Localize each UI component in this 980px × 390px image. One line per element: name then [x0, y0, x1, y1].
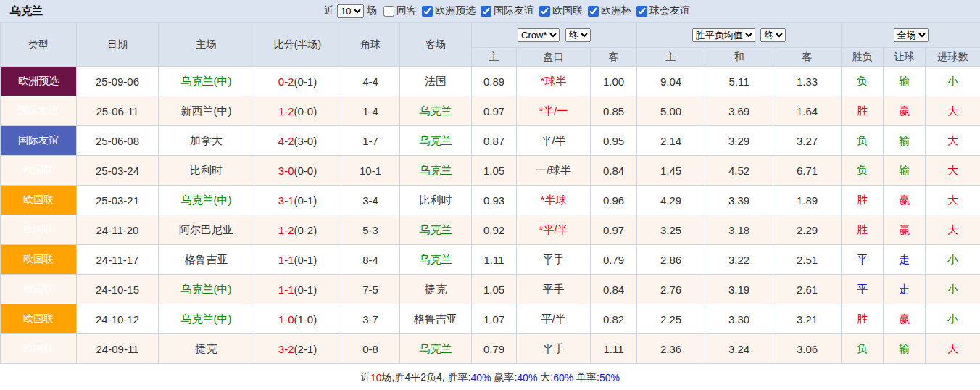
- score[interactable]: 1-1(0-1): [254, 245, 341, 275]
- home-team[interactable]: 乌克兰(中): [159, 186, 254, 215]
- odds-away: 6.71: [773, 156, 842, 186]
- recent-games-select[interactable]: 10: [337, 4, 364, 18]
- result-wdl: 胜: [842, 96, 884, 126]
- home-team[interactable]: 新西兰(中): [159, 96, 254, 126]
- away-team[interactable]: 乌克兰: [400, 96, 472, 126]
- away-team[interactable]: 捷克: [400, 275, 472, 304]
- filter-label: 球会友谊: [649, 4, 690, 17]
- away-team[interactable]: 法国: [400, 67, 472, 96]
- summary-text: 10: [370, 372, 382, 383]
- league-type[interactable]: 欧国联: [1, 156, 77, 186]
- filter-nations-league[interactable]: 欧国联: [539, 4, 583, 17]
- odds-draw: 3.24: [705, 334, 773, 364]
- odds-home: 1.45: [637, 156, 705, 186]
- match-table: 类型 日期 主场 比分(半场) 角球 客场 Crow* 终 胜平负均值: [0, 22, 980, 364]
- match-date: 25-06-08: [77, 126, 159, 156]
- club-friendly-checkbox[interactable]: [636, 6, 647, 17]
- result-wdl: 平: [842, 245, 884, 275]
- home-team[interactable]: 乌克兰(中): [159, 67, 254, 96]
- league-type[interactable]: 欧国联: [1, 334, 77, 364]
- league-type[interactable]: 国际友谊: [1, 126, 77, 156]
- score[interactable]: 4-2(3-0): [254, 126, 341, 156]
- filter-same-away[interactable]: 同客: [383, 4, 417, 17]
- filter-label: 同客: [396, 4, 417, 17]
- score[interactable]: 3-2(2-1): [254, 334, 341, 364]
- score[interactable]: 1-2(0-2): [254, 215, 341, 245]
- away-team[interactable]: 乌克兰: [400, 126, 472, 156]
- odds-away: 1.89: [773, 186, 842, 215]
- result-goals: 大: [926, 126, 980, 156]
- euro-qualifiers-checkbox[interactable]: [422, 6, 433, 17]
- filter-intl-friendly[interactable]: 国际友谊: [481, 4, 534, 17]
- corners: 0-8: [341, 334, 400, 364]
- euro-cup-checkbox[interactable]: [588, 6, 599, 17]
- bookmaker-select[interactable]: Crow*: [518, 28, 560, 42]
- odds-home: 3.25: [637, 215, 705, 245]
- away-team[interactable]: 格鲁吉亚: [400, 304, 472, 334]
- near-label: 近: [324, 4, 334, 17]
- odds-time-select[interactable]: 终: [760, 28, 786, 42]
- intl-friendly-checkbox[interactable]: [481, 6, 491, 17]
- filter-group: 同客欧洲预选国际友谊欧国联欧洲杯球会友谊: [377, 4, 690, 17]
- col-header-score: 比分(半场): [254, 23, 341, 67]
- away-team[interactable]: 乌克兰: [400, 334, 472, 364]
- score[interactable]: 3-0(0-0): [254, 156, 341, 186]
- league-type[interactable]: 欧国联: [1, 304, 77, 334]
- home-team[interactable]: 乌克兰(中): [159, 275, 254, 304]
- ah-home-odds: 0.89: [472, 67, 517, 96]
- result-handicap: 走: [884, 275, 926, 304]
- summary-text: 40%: [517, 372, 537, 383]
- away-team[interactable]: 乌克兰: [400, 156, 472, 186]
- col-header-goals: 进球数: [926, 48, 980, 67]
- filter-euro-cup[interactable]: 欧洲杯: [588, 4, 631, 17]
- score[interactable]: 1-0(1-0): [254, 304, 341, 334]
- result-handicap: 输: [884, 67, 926, 96]
- ah-line: *半球: [517, 186, 591, 215]
- away-team[interactable]: 比利时: [400, 186, 472, 215]
- home-team[interactable]: 乌克兰(中): [159, 304, 254, 334]
- ah-line: *半/一: [517, 96, 591, 126]
- score[interactable]: 3-1(0-1): [254, 186, 341, 215]
- league-type[interactable]: 欧国联: [1, 186, 77, 215]
- ah-away-odds: 0.97: [591, 215, 637, 245]
- home-team[interactable]: 比利时: [159, 156, 254, 186]
- filter-club-friendly[interactable]: 球会友谊: [636, 4, 690, 17]
- top-bar: 乌克兰 近 10 场 同客欧洲预选国际友谊欧国联欧洲杯球会友谊: [0, 0, 980, 22]
- league-type[interactable]: 欧国联: [1, 215, 77, 245]
- league-type[interactable]: 国际友谊: [1, 96, 77, 126]
- result-handicap: 输: [884, 156, 926, 186]
- corners: 1-7: [341, 126, 400, 156]
- away-team[interactable]: 乌克兰: [400, 245, 472, 275]
- filter-label: 欧洲杯: [601, 4, 631, 17]
- ah-away-odds: 0.96: [591, 186, 637, 215]
- result-wdl: 负: [842, 334, 884, 364]
- ah-home-odds: 1.07: [472, 304, 517, 334]
- score[interactable]: 1-2(0-0): [254, 96, 341, 126]
- score[interactable]: 0-2(0-1): [254, 67, 341, 96]
- home-team[interactable]: 捷克: [159, 334, 254, 364]
- ah-line: 一/球半: [517, 156, 591, 186]
- odds-away: 3.06: [773, 334, 842, 364]
- result-goals: 小: [926, 304, 980, 334]
- scope-select[interactable]: 全场: [894, 28, 929, 42]
- result-handicap: 输: [884, 334, 926, 364]
- home-team[interactable]: 阿尔巴尼亚: [159, 215, 254, 245]
- league-type[interactable]: 欧洲预选: [1, 67, 77, 96]
- score[interactable]: 1-1(0-1): [254, 275, 341, 304]
- league-type[interactable]: 欧国联: [1, 245, 77, 275]
- match-row: 欧国联25-03-21乌克兰(中)3-1(0-1)3-4比利时0.93*半球0.…: [1, 186, 980, 215]
- home-team[interactable]: 格鲁吉亚: [159, 245, 254, 275]
- filter-euro-qualifiers[interactable]: 欧洲预选: [422, 4, 476, 17]
- europe-odds-group-header: 胜平负均值 终: [637, 23, 842, 48]
- ah-line: 平/半: [517, 304, 591, 334]
- same-away-checkbox[interactable]: [383, 6, 394, 17]
- odds-source-select[interactable]: 胜平负均值: [692, 28, 755, 42]
- col-header-corners: 角球: [341, 23, 400, 67]
- league-type[interactable]: 欧国联: [1, 275, 77, 304]
- ah-time-select[interactable]: 终: [565, 28, 591, 42]
- home-team[interactable]: 加拿大: [159, 126, 254, 156]
- col-header-ah-away: 客: [591, 48, 637, 67]
- nations-league-checkbox[interactable]: [539, 6, 550, 17]
- away-team[interactable]: 乌克兰: [400, 215, 472, 245]
- page: 乌克兰 近 10 场 同客欧洲预选国际友谊欧国联欧洲杯球会友谊 类型 日期 主场…: [0, 0, 980, 390]
